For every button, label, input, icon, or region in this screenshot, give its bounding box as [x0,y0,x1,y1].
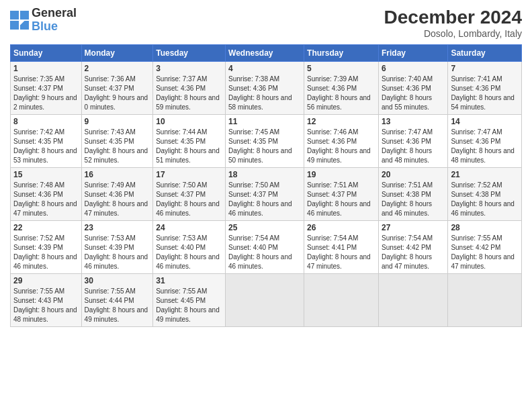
day-number: 4 [228,64,301,73]
day-number: 30 [85,276,150,285]
day-number: 7 [451,64,519,73]
logo-general: General [32,7,77,20]
col-header-friday: Friday [378,45,447,62]
cell-content: Sunrise: 7:44 AMSunset: 4:35 PMDaylight:… [156,128,222,165]
day-cell [378,274,447,327]
day-cell: 17Sunrise: 7:50 AMSunset: 4:37 PMDayligh… [153,168,226,221]
title-block: December 2024 Dosolo, Lombardy, Italy [384,7,522,39]
cell-content: Sunrise: 7:41 AMSunset: 4:36 PMDaylight:… [451,75,519,112]
cell-content: Sunrise: 7:52 AMSunset: 4:38 PMDaylight:… [451,181,519,218]
cell-content: Sunrise: 7:52 AMSunset: 4:39 PMDaylight:… [13,234,79,271]
day-cell: 8Sunrise: 7:42 AMSunset: 4:35 PMDaylight… [11,115,82,168]
day-cell: 11Sunrise: 7:45 AMSunset: 4:35 PMDayligh… [226,115,304,168]
day-number: 17 [156,170,222,179]
day-cell [448,274,522,327]
col-header-saturday: Saturday [448,45,522,62]
day-cell: 29Sunrise: 7:55 AMSunset: 4:43 PMDayligh… [11,274,82,327]
day-cell [304,274,379,327]
day-number: 16 [85,170,150,179]
col-header-wednesday: Wednesday [226,45,304,62]
day-cell: 7Sunrise: 7:41 AMSunset: 4:36 PMDaylight… [448,62,522,115]
cell-content: Sunrise: 7:46 AMSunset: 4:36 PMDaylight:… [307,128,375,165]
col-header-monday: Monday [81,45,153,62]
cell-content: Sunrise: 7:45 AMSunset: 4:35 PMDaylight:… [228,128,301,165]
day-number: 2 [85,64,150,73]
day-cell: 10Sunrise: 7:44 AMSunset: 4:35 PMDayligh… [153,115,226,168]
logo-text: General Blue [32,7,77,34]
day-cell: 6Sunrise: 7:40 AMSunset: 4:36 PMDaylight… [378,62,447,115]
day-cell: 24Sunrise: 7:53 AMSunset: 4:40 PMDayligh… [153,221,226,274]
cell-content: Sunrise: 7:55 AMSunset: 4:44 PMDaylight:… [85,287,150,324]
cell-content: Sunrise: 7:47 AMSunset: 4:36 PMDaylight:… [382,128,445,165]
day-cell: 12Sunrise: 7:46 AMSunset: 4:36 PMDayligh… [304,115,379,168]
day-number: 21 [451,170,519,179]
day-number: 11 [228,117,301,126]
cell-content: Sunrise: 7:49 AMSunset: 4:36 PMDaylight:… [85,181,150,218]
cell-content: Sunrise: 7:47 AMSunset: 4:36 PMDaylight:… [451,128,519,165]
day-number: 19 [307,170,375,179]
day-cell: 3Sunrise: 7:37 AMSunset: 4:36 PMDaylight… [153,62,226,115]
calendar-table: SundayMondayTuesdayWednesdayThursdayFrid… [10,44,522,327]
week-row-3: 15Sunrise: 7:48 AMSunset: 4:36 PMDayligh… [11,168,522,221]
day-number: 8 [13,117,79,126]
day-number: 24 [156,223,222,232]
day-cell: 9Sunrise: 7:43 AMSunset: 4:35 PMDaylight… [81,115,153,168]
page-title: December 2024 [384,7,522,28]
header-row: SundayMondayTuesdayWednesdayThursdayFrid… [11,45,522,62]
svg-marker-3 [20,21,29,30]
day-number: 13 [382,117,445,126]
day-cell: 1Sunrise: 7:35 AMSunset: 4:37 PMDaylight… [11,62,82,115]
cell-content: Sunrise: 7:55 AMSunset: 4:42 PMDaylight:… [451,234,519,271]
page-container: General Blue December 2024 Dosolo, Lomba… [0,0,532,334]
cell-content: Sunrise: 7:53 AMSunset: 4:39 PMDaylight:… [85,234,150,271]
svg-rect-2 [10,21,19,30]
logo: General Blue [10,7,77,34]
cell-content: Sunrise: 7:48 AMSunset: 4:36 PMDaylight:… [13,181,79,218]
day-cell: 20Sunrise: 7:51 AMSunset: 4:38 PMDayligh… [378,168,447,221]
cell-content: Sunrise: 7:51 AMSunset: 4:37 PMDaylight:… [307,181,375,218]
day-cell: 31Sunrise: 7:55 AMSunset: 4:45 PMDayligh… [153,274,226,327]
day-number: 5 [307,64,375,73]
cell-content: Sunrise: 7:55 AMSunset: 4:45 PMDaylight:… [156,287,222,324]
logo-blue: Blue [32,20,77,34]
day-cell: 27Sunrise: 7:54 AMSunset: 4:42 PMDayligh… [378,221,447,274]
week-row-4: 22Sunrise: 7:52 AMSunset: 4:39 PMDayligh… [11,221,522,274]
day-cell: 21Sunrise: 7:52 AMSunset: 4:38 PMDayligh… [448,168,522,221]
day-cell: 4Sunrise: 7:38 AMSunset: 4:36 PMDaylight… [226,62,304,115]
day-cell [226,274,304,327]
day-number: 22 [13,223,79,232]
cell-content: Sunrise: 7:42 AMSunset: 4:35 PMDaylight:… [13,128,79,165]
day-number: 14 [451,117,519,126]
day-number: 27 [382,223,445,232]
day-number: 18 [228,170,301,179]
week-row-1: 1Sunrise: 7:35 AMSunset: 4:37 PMDaylight… [11,62,522,115]
cell-content: Sunrise: 7:39 AMSunset: 4:36 PMDaylight:… [307,75,375,112]
header: General Blue December 2024 Dosolo, Lomba… [10,7,522,39]
cell-content: Sunrise: 7:35 AMSunset: 4:37 PMDaylight:… [13,75,79,112]
day-cell: 22Sunrise: 7:52 AMSunset: 4:39 PMDayligh… [11,221,82,274]
week-row-5: 29Sunrise: 7:55 AMSunset: 4:43 PMDayligh… [11,274,522,327]
day-cell: 13Sunrise: 7:47 AMSunset: 4:36 PMDayligh… [378,115,447,168]
cell-content: Sunrise: 7:50 AMSunset: 4:37 PMDaylight:… [228,181,301,218]
cell-content: Sunrise: 7:36 AMSunset: 4:37 PMDaylight:… [85,75,150,112]
day-cell: 15Sunrise: 7:48 AMSunset: 4:36 PMDayligh… [11,168,82,221]
day-cell: 28Sunrise: 7:55 AMSunset: 4:42 PMDayligh… [448,221,522,274]
day-number: 3 [156,64,222,73]
cell-content: Sunrise: 7:40 AMSunset: 4:36 PMDaylight:… [382,75,445,112]
svg-rect-0 [10,11,19,19]
week-row-2: 8Sunrise: 7:42 AMSunset: 4:35 PMDaylight… [11,115,522,168]
day-number: 23 [85,223,150,232]
day-number: 26 [307,223,375,232]
day-number: 12 [307,117,375,126]
cell-content: Sunrise: 7:53 AMSunset: 4:40 PMDaylight:… [156,234,222,271]
day-number: 6 [382,64,445,73]
day-number: 31 [156,276,222,285]
day-cell: 5Sunrise: 7:39 AMSunset: 4:36 PMDaylight… [304,62,379,115]
day-cell: 19Sunrise: 7:51 AMSunset: 4:37 PMDayligh… [304,168,379,221]
cell-content: Sunrise: 7:37 AMSunset: 4:36 PMDaylight:… [156,75,222,112]
cell-content: Sunrise: 7:55 AMSunset: 4:43 PMDaylight:… [13,287,79,324]
col-header-sunday: Sunday [11,45,82,62]
col-header-thursday: Thursday [304,45,379,62]
day-number: 20 [382,170,445,179]
day-number: 29 [13,276,79,285]
